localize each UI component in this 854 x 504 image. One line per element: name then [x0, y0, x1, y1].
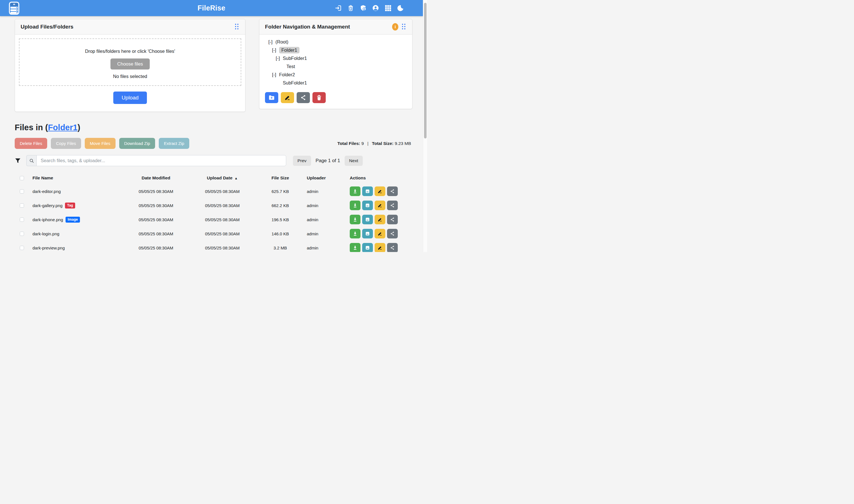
upload-dropzone[interactable]: Drop files/folders here or click 'Choose…: [19, 38, 241, 86]
share-folder-button[interactable]: [297, 92, 310, 103]
row-checkbox[interactable]: [20, 189, 24, 194]
row-checkbox[interactable]: [20, 232, 24, 236]
search-input[interactable]: [36, 155, 286, 166]
upload-card-header: Upload Files/Folders: [15, 19, 245, 34]
file-name[interactable]: dark-gallery.png: [33, 203, 62, 208]
tree-item: [-] Folder2: [263, 71, 408, 79]
scrollbar-track[interactable]: [423, 0, 427, 252]
share-file-button[interactable]: [387, 215, 398, 224]
restore-trash-button[interactable]: [347, 4, 355, 12]
server-logo-icon: [7, 1, 21, 15]
tree-toggle[interactable]: [-]: [268, 39, 273, 44]
pagination: Prev Page 1 of 1 Next: [293, 156, 363, 166]
preview-file-button[interactable]: [362, 215, 373, 224]
file-name[interactable]: dark-editor.png: [33, 189, 61, 194]
header-actions: Actions: [345, 176, 413, 181]
prev-page-button[interactable]: Prev: [293, 156, 311, 166]
tree-folder-label[interactable]: Test: [287, 64, 295, 69]
tree-item: [-] SubFolder1: [263, 54, 408, 62]
grid-view-button[interactable]: [384, 4, 392, 12]
logout-button[interactable]: [334, 4, 342, 12]
info-icon[interactable]: i: [392, 23, 398, 31]
download-zip-button[interactable]: Download Zip: [119, 138, 156, 149]
copy-files-button[interactable]: Copy Files: [51, 138, 81, 149]
file-uploader: admin: [306, 217, 345, 222]
choose-files-button[interactable]: Choose files: [110, 58, 150, 70]
tree-item: SubFolder1: [263, 79, 408, 87]
current-folder-link[interactable]: Folder1: [48, 123, 78, 132]
edit-file-button[interactable]: [375, 186, 385, 196]
share-file-button[interactable]: [387, 201, 398, 210]
tree-item: [-] Folder1: [263, 46, 408, 54]
rename-folder-button[interactable]: [281, 92, 294, 103]
share-file-button[interactable]: [387, 243, 398, 252]
row-checkbox[interactable]: [20, 203, 24, 208]
tree-folder-label[interactable]: SubFolder1: [283, 80, 307, 86]
edit-file-button[interactable]: [375, 243, 385, 252]
file-size: 146.0 KB: [255, 231, 306, 236]
tree-toggle[interactable]: [-]: [272, 72, 277, 77]
share-file-button[interactable]: [387, 229, 398, 238]
move-files-button[interactable]: Move Files: [85, 138, 115, 149]
tree-item: [-] (Root): [263, 38, 408, 46]
top-bar: FileRise: [0, 0, 423, 16]
scrollbar-thumb[interactable]: [424, 3, 426, 139]
edit-file-button[interactable]: [375, 201, 385, 210]
search-row: Prev Page 1 of 1 Next: [15, 155, 413, 166]
header-upload-date[interactable]: Upload Date▲: [190, 176, 255, 181]
create-folder-button[interactable]: [265, 92, 278, 103]
download-file-button[interactable]: [350, 243, 361, 252]
folder-card-header: Folder Navigation & Management i: [259, 19, 412, 34]
drag-handle-icon[interactable]: [234, 23, 239, 31]
dark-mode-moon-icon: [397, 4, 404, 12]
header-file-name[interactable]: File Name: [29, 176, 122, 181]
delete-files-button[interactable]: Delete Files: [15, 138, 47, 149]
row-checkbox[interactable]: [20, 246, 24, 250]
admin-panel-icon: [360, 4, 367, 12]
restore-trash-icon: [347, 4, 354, 12]
select-all-checkbox[interactable]: [20, 176, 24, 180]
row-checkbox[interactable]: [20, 218, 24, 222]
search-group: [26, 155, 286, 166]
download-file-button[interactable]: [350, 186, 361, 196]
file-uploader: admin: [306, 246, 345, 250]
header-uploader[interactable]: Uploader: [306, 176, 345, 181]
file-name[interactable]: dark-preview.png: [33, 246, 65, 250]
tree-folder-label[interactable]: (Root): [275, 39, 288, 44]
dark-mode-toggle-button[interactable]: [397, 4, 404, 12]
row-actions: [345, 243, 413, 252]
tree-folder-label[interactable]: Folder2: [279, 72, 295, 77]
file-name[interactable]: dark-login.png: [33, 231, 59, 236]
admin-panel-button[interactable]: [359, 4, 367, 12]
drag-handle-icon[interactable]: [401, 23, 406, 31]
edit-file-button[interactable]: [375, 215, 385, 224]
delete-folder-button[interactable]: [312, 92, 326, 103]
preview-file-button[interactable]: [362, 201, 373, 210]
header-file-size[interactable]: File Size: [255, 176, 306, 181]
file-name[interactable]: dark-iphone.png: [33, 217, 63, 222]
tree-folder-label[interactable]: Folder1: [279, 47, 299, 53]
download-file-button[interactable]: [350, 201, 361, 210]
tree-toggle[interactable]: [-]: [276, 56, 280, 61]
next-page-button[interactable]: Next: [345, 156, 363, 166]
preview-file-button[interactable]: [362, 243, 373, 252]
download-file-button[interactable]: [350, 215, 361, 224]
user-profile-button[interactable]: [372, 4, 379, 12]
file-uploader: admin: [306, 189, 345, 194]
upload-button[interactable]: Upload: [113, 92, 147, 104]
tree-toggle[interactable]: [-]: [272, 48, 277, 53]
tree-folder-label[interactable]: SubFolder1: [283, 56, 307, 61]
preview-file-button[interactable]: [362, 229, 373, 238]
no-files-status: No files selected: [22, 74, 238, 79]
share-file-button[interactable]: [387, 186, 398, 196]
filter-button[interactable]: [15, 157, 23, 165]
app-logo-menu-button[interactable]: [7, 1, 21, 15]
header-date-modified[interactable]: Date Modified: [122, 176, 190, 181]
preview-file-button[interactable]: [362, 186, 373, 196]
table-row: dark-login.png 05/05/25 08:30AM 05/05/25…: [15, 227, 413, 241]
row-actions: [345, 215, 413, 224]
edit-file-button[interactable]: [375, 229, 385, 238]
logout-icon: [335, 4, 342, 12]
extract-zip-button[interactable]: Extract Zip: [159, 138, 189, 149]
download-file-button[interactable]: [350, 229, 361, 238]
